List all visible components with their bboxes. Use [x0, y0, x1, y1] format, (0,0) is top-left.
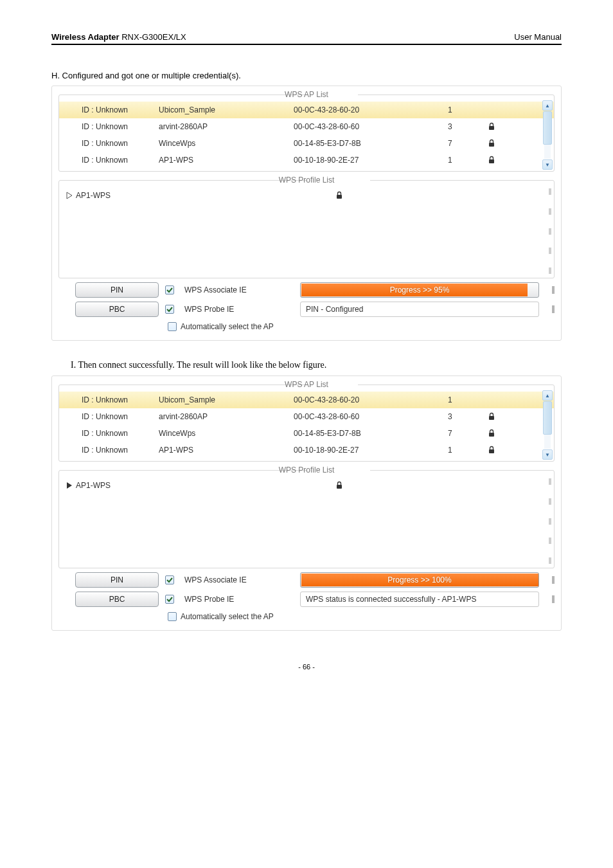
- profile-list-row[interactable]: AP1-WPS: [66, 477, 547, 494]
- wps-profile-listbox[interactable]: AP1-WPS: [59, 185, 554, 278]
- ap-mac: 00-0C-43-28-60-20: [294, 105, 448, 114]
- ap-mac: 00-10-18-90-2E-27: [294, 446, 448, 455]
- ap-list-row[interactable]: ID : UnknownAP1-WPS00-10-18-90-2E-271: [59, 152, 554, 168]
- wps-ap-list-group: WPS AP List ID : UnknownUbicom_Sample00-…: [58, 90, 555, 172]
- ap-channel: 1: [448, 446, 483, 455]
- ap-mac: 00-0C-43-28-60-60: [294, 412, 448, 421]
- svg-rect-2: [489, 159, 494, 163]
- ap-list-row[interactable]: ID : UnknownWinceWps00-14-85-E3-D7-8B7: [59, 135, 554, 152]
- active-arrow-icon: [66, 482, 76, 489]
- product-title: Wireless Adapter RNX-G300EX/LX: [51, 32, 186, 42]
- wps-profile-listbox[interactable]: AP1-WPS: [59, 475, 554, 568]
- scroll-up-icon[interactable]: ▲: [542, 390, 553, 401]
- ap-channel: 1: [448, 105, 483, 114]
- wps-associate-checkbox[interactable]: [165, 285, 174, 294]
- wps-probe-checkbox[interactable]: [165, 595, 174, 604]
- lock-icon: [326, 481, 352, 490]
- profile-list-ticks: [549, 188, 553, 274]
- ap-name: WinceWps: [159, 429, 294, 438]
- wps-panel-2: WPS AP List ID : UnknownUbicom_Sample00-…: [51, 375, 562, 631]
- status-text: PIN - Configured: [300, 302, 539, 317]
- wps-associate-label: WPS Associate IE: [184, 285, 294, 294]
- pin-button[interactable]: PIN: [75, 572, 159, 588]
- ap-channel: 1: [448, 156, 483, 165]
- ap-id: ID : Unknown: [66, 395, 159, 404]
- profile-name: AP1-WPS: [76, 191, 326, 200]
- status-text: WPS status is connected successfully - A…: [300, 592, 539, 607]
- ap-channel: 3: [448, 412, 483, 421]
- lock-icon: [326, 191, 352, 200]
- ap-name: arvint-2860AP: [159, 412, 294, 421]
- ap-list-row[interactable]: ID : UnknownUbicom_Sample00-0C-43-28-60-…: [59, 392, 554, 408]
- product-model: RNX-G300EX/LX: [120, 32, 186, 42]
- pbc-button[interactable]: PBC: [75, 302, 159, 317]
- scroll-up-icon[interactable]: ▲: [542, 100, 553, 111]
- wps-associate-checkbox[interactable]: [165, 575, 174, 584]
- scroll-thumb[interactable]: [543, 111, 552, 145]
- ap-name: Ubicom_Sample: [159, 105, 294, 114]
- page-header: Wireless Adapter RNX-G300EX/LX User Manu…: [51, 32, 562, 45]
- ap-channel: 7: [448, 139, 483, 148]
- ap-list-row[interactable]: ID : UnknownAP1-WPS00-10-18-90-2E-271: [59, 442, 554, 458]
- ap-list-row[interactable]: ID : Unknownarvint-2860AP00-0C-43-28-60-…: [59, 118, 554, 135]
- row-end-tick: [552, 305, 555, 313]
- scrollbar[interactable]: ▲▼: [542, 100, 553, 170]
- wps-ap-listbox[interactable]: ID : UnknownUbicom_Sample00-0C-43-28-60-…: [59, 389, 554, 461]
- ap-list-row[interactable]: ID : UnknownUbicom_Sample00-0C-43-28-60-…: [59, 102, 554, 118]
- svg-rect-4: [489, 416, 494, 420]
- profile-list-row[interactable]: AP1-WPS: [66, 187, 547, 204]
- lock-icon: [483, 122, 499, 131]
- auto-select-checkbox[interactable]: [168, 322, 177, 331]
- pbc-button[interactable]: PBC: [75, 592, 159, 607]
- ap-id: ID : Unknown: [66, 412, 159, 421]
- ap-name: AP1-WPS: [159, 446, 294, 455]
- active-arrow-icon: [66, 192, 76, 199]
- progress-bar: Progress >> 95%: [300, 282, 539, 298]
- auto-select-row: Automatically select the AP: [168, 612, 555, 621]
- controls-row-pin: PIN WPS Associate IE Progress >> 100%: [75, 572, 555, 588]
- wps-associate-label: WPS Associate IE: [184, 575, 294, 584]
- progress-text: Progress >> 95%: [301, 283, 538, 297]
- wps-ap-list-legend: WPS AP List: [281, 90, 332, 99]
- pin-button[interactable]: PIN: [75, 282, 159, 298]
- scroll-down-icon[interactable]: ▼: [542, 449, 553, 460]
- ap-id: ID : Unknown: [66, 156, 159, 165]
- wps-ap-list-legend: WPS AP List: [281, 380, 332, 389]
- auto-select-label: Automatically select the AP: [181, 322, 274, 331]
- row-end-tick: [552, 595, 555, 603]
- wps-probe-label: WPS Probe IE: [184, 305, 294, 314]
- ap-list-row[interactable]: ID : Unknownarvint-2860AP00-0C-43-28-60-…: [59, 408, 554, 425]
- wps-probe-checkbox[interactable]: [165, 305, 174, 314]
- controls-row-pbc: PBC WPS Probe IE PIN - Configured: [75, 302, 555, 317]
- ap-id: ID : Unknown: [66, 429, 159, 438]
- lock-icon: [483, 139, 499, 148]
- wps-panel-1: WPS AP List ID : UnknownUbicom_Sample00-…: [51, 86, 562, 341]
- ap-name: arvint-2860AP: [159, 122, 294, 131]
- product-bold: Wireless Adapter: [51, 32, 120, 42]
- scroll-down-icon[interactable]: ▼: [542, 159, 553, 170]
- lock-icon: [483, 429, 499, 438]
- wps-ap-list-group: WPS AP List ID : UnknownUbicom_Sample00-…: [58, 380, 555, 462]
- doc-type: User Manual: [514, 32, 562, 42]
- ap-mac: 00-14-85-E3-D7-8B: [294, 139, 448, 148]
- ap-mac: 00-0C-43-28-60-60: [294, 122, 448, 131]
- section-i-heading: I. Then connect successfully. The result…: [71, 360, 562, 370]
- controls-row-pin: PIN WPS Associate IE Progress >> 95%: [75, 282, 555, 298]
- lock-icon: [483, 412, 499, 421]
- wps-profile-list-legend: WPS Profile List: [275, 466, 339, 475]
- scroll-thumb[interactable]: [543, 401, 552, 435]
- svg-rect-1: [489, 143, 494, 147]
- ap-name: WinceWps: [159, 139, 294, 148]
- ap-list-row[interactable]: ID : UnknownWinceWps00-14-85-E3-D7-8B7: [59, 425, 554, 442]
- wps-ap-listbox[interactable]: ID : UnknownUbicom_Sample00-0C-43-28-60-…: [59, 99, 554, 171]
- svg-rect-5: [489, 433, 494, 437]
- svg-rect-6: [489, 449, 494, 453]
- ap-mac: 00-10-18-90-2E-27: [294, 156, 448, 165]
- scrollbar[interactable]: ▲▼: [542, 390, 553, 460]
- row-end-tick: [552, 286, 555, 294]
- lock-icon: [483, 156, 499, 165]
- section-h-heading: H. Configured and got one or multiple cr…: [51, 71, 562, 80]
- ap-channel: 3: [448, 122, 483, 131]
- controls-row-pbc: PBC WPS Probe IE WPS status is connected…: [75, 592, 555, 607]
- auto-select-checkbox[interactable]: [168, 612, 177, 621]
